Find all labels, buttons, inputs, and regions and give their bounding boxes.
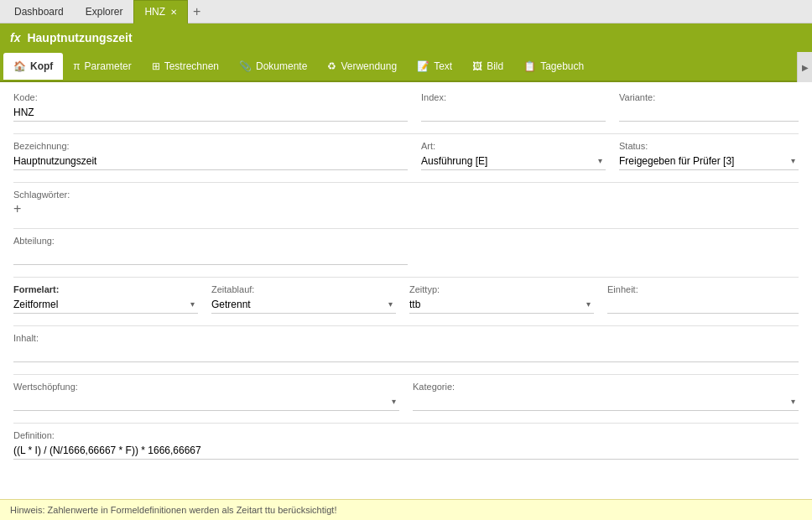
art-select[interactable]: Ausführung [E]: [421, 153, 606, 170]
bild-icon: 🖼: [472, 60, 482, 72]
group-formelart: Formelart: Zeitformel: [13, 284, 198, 314]
row-formelart: Formelart: Zeitformel Zeitablauf: Getren…: [13, 284, 799, 314]
status-select-wrapper: Freigegeben für Prüfer [3]: [619, 153, 799, 170]
bezeichnung-label: Bezeichnung:: [13, 141, 408, 151]
group-status: Status: Freigegeben für Prüfer [3]: [619, 141, 799, 170]
divider-5: [13, 325, 799, 326]
group-variante: Variante:: [619, 92, 799, 122]
group-abteilung: Abteilung:: [13, 236, 408, 265]
zeittyp-select[interactable]: ttb: [409, 296, 594, 314]
group-wertschoepfung: Wertschöpfung:: [13, 382, 399, 411]
tab-verwendung[interactable]: ♻ Verwendung: [317, 53, 407, 80]
nav-tab-bar: 🏠 Kopf π Parameter ⊞ Testrechnen 📎 Dokum…: [0, 52, 812, 82]
kategorie-label: Kategorie:: [413, 382, 799, 392]
kategorie-select[interactable]: [413, 393, 799, 411]
group-inhalt: Inhalt:: [13, 333, 799, 362]
kode-label: Kode:: [13, 92, 408, 102]
divider-2: [13, 182, 799, 183]
tagebuch-icon: 📋: [523, 60, 536, 72]
text-icon: 📝: [417, 60, 429, 72]
tab-explorer[interactable]: Explorer: [75, 0, 134, 23]
art-select-wrapper: Ausführung [E]: [421, 153, 606, 170]
sidebar-toggle[interactable]: ▶: [797, 52, 812, 82]
index-label: Index:: [421, 92, 606, 102]
tab-kopf[interactable]: 🏠 Kopf: [3, 53, 63, 80]
zeitablauf-select-wrapper: Getrennt: [211, 296, 396, 314]
hint-text: Hinweis: Zahlenwerte in Formeldefinition…: [10, 505, 336, 515]
main-content: Kode: Index: Variante: Bezeichnung: Art:…: [0, 82, 812, 520]
tab-tagebuch-label: Tagebuch: [540, 60, 584, 72]
tab-kopf-label: Kopf: [30, 60, 53, 72]
variante-label: Variante:: [619, 92, 799, 102]
hint-bar: Hinweis: Zahlenwerte in Formeldefinition…: [0, 499, 812, 520]
tab-dokumente-label: Dokumente: [256, 60, 307, 72]
divider-4: [13, 277, 799, 278]
group-einheit: Einheit:: [607, 284, 799, 314]
zeitablauf-label: Zeitablauf:: [211, 284, 396, 294]
tab-hnz-close[interactable]: ✕: [170, 8, 177, 17]
formelart-select-wrapper: Zeitformel: [13, 296, 198, 314]
definition-label: Definition:: [13, 430, 799, 440]
tab-parameter[interactable]: π Parameter: [63, 53, 141, 80]
inhalt-label: Inhalt:: [13, 333, 799, 343]
tab-testrechnen-label: Testrechnen: [164, 60, 219, 72]
tab-text[interactable]: 📝 Text: [407, 53, 462, 80]
definition-input[interactable]: [13, 442, 799, 460]
einheit-input[interactable]: [607, 296, 799, 314]
kategorie-select-wrapper: [413, 393, 799, 411]
abteilung-input[interactable]: [13, 247, 408, 265]
tab-parameter-label: Parameter: [85, 60, 132, 72]
row-wertschoepfung: Wertschöpfung: Kategorie:: [13, 382, 799, 411]
einheit-label: Einheit:: [607, 284, 799, 294]
title-icon: fx: [10, 31, 20, 44]
tab-dashboard-label: Dashboard: [14, 6, 64, 18]
tab-hnz-label: HNZ: [144, 6, 165, 18]
formelart-select[interactable]: Zeitformel: [13, 296, 198, 314]
tab-dashboard[interactable]: Dashboard: [3, 0, 75, 23]
zeittyp-label: Zeittyp:: [409, 284, 594, 294]
group-kode: Kode:: [13, 92, 408, 122]
abteilung-label: Abteilung:: [13, 236, 408, 246]
row-definition: Definition:: [13, 430, 799, 460]
row-abteilung: Abteilung:: [13, 236, 799, 265]
group-art: Art: Ausführung [E]: [421, 141, 606, 170]
tab-bild-label: Bild: [487, 60, 503, 72]
wertschoepfung-select[interactable]: [13, 393, 399, 411]
title-bar: fx Hauptnutzungszeit: [0, 23, 812, 52]
row-inhalt: Inhalt:: [13, 333, 799, 362]
zeitablauf-select[interactable]: Getrennt: [211, 296, 396, 314]
wertschoepfung-select-wrapper: [13, 393, 399, 411]
tab-verwendung-label: Verwendung: [341, 60, 397, 72]
kopf-icon: 🏠: [13, 60, 26, 72]
group-zeittyp: Zeittyp: ttb: [409, 284, 594, 314]
art-label: Art:: [421, 141, 606, 151]
wertschoepfung-label: Wertschöpfung:: [13, 382, 399, 392]
tab-dokumente[interactable]: 📎 Dokumente: [229, 53, 317, 80]
add-tab-button[interactable]: +: [188, 4, 206, 19]
group-bezeichnung: Bezeichnung:: [13, 141, 408, 170]
tab-hnz[interactable]: HNZ ✕: [133, 0, 188, 23]
status-select[interactable]: Freigegeben für Prüfer [3]: [619, 153, 799, 170]
divider-7: [13, 423, 799, 424]
zeittyp-select-wrapper: ttb: [409, 296, 594, 314]
index-input[interactable]: [421, 104, 606, 122]
tab-text-label: Text: [434, 60, 452, 72]
divider-6: [13, 374, 799, 375]
top-tab-bar: Dashboard Explorer HNZ ✕ +: [0, 0, 812, 23]
verwendung-icon: ♻: [327, 60, 336, 72]
tab-tagebuch[interactable]: 📋 Tagebuch: [513, 53, 594, 80]
group-definition: Definition:: [13, 430, 799, 460]
schlagworter-add[interactable]: +: [13, 201, 799, 216]
divider-3: [13, 228, 799, 229]
kode-input[interactable]: [13, 104, 408, 122]
tab-explorer-label: Explorer: [86, 6, 123, 18]
row-kode: Kode: Index: Variante:: [13, 92, 799, 122]
tab-testrechnen[interactable]: ⊞ Testrechnen: [142, 53, 229, 80]
inhalt-input[interactable]: [13, 345, 799, 362]
group-zeitablauf: Zeitablauf: Getrennt: [211, 284, 396, 314]
divider-1: [13, 133, 799, 134]
bezeichnung-input[interactable]: [13, 153, 408, 170]
group-index: Index:: [421, 92, 606, 122]
tab-bild[interactable]: 🖼 Bild: [462, 53, 513, 80]
variante-input[interactable]: [619, 104, 799, 122]
